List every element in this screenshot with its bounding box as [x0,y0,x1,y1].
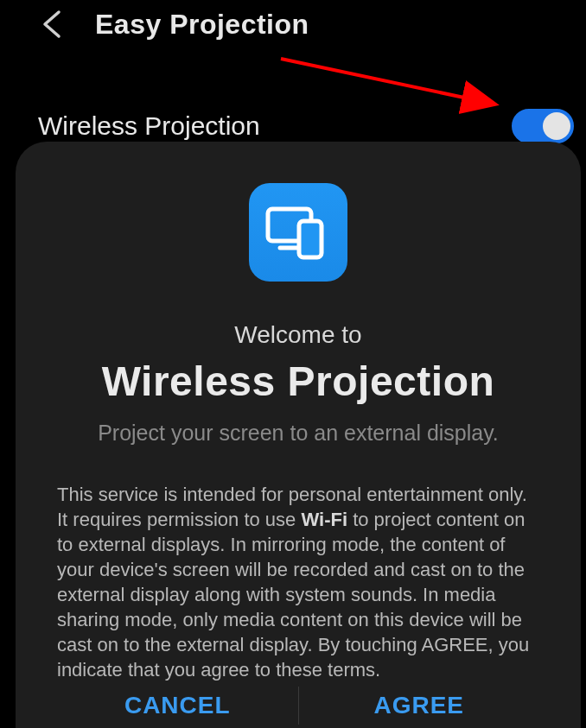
terms-text: This service is intended for personal en… [57,482,539,682]
page-title: Easy Projection [95,9,309,41]
dialog-button-row: CANCEL AGREE [57,682,539,728]
header: Easy Projection [0,0,586,48]
projection-icon [249,183,347,282]
svg-rect-3 [299,221,322,257]
agree-button[interactable]: AGREE [299,692,540,719]
setting-label: Wireless Projection [38,111,260,141]
toggle-knob [543,112,570,140]
app-icon-container [57,183,539,282]
wireless-projection-dialog: Welcome to Wireless Projection Project y… [16,142,581,728]
wireless-projection-toggle[interactable] [512,109,574,143]
welcome-text: Welcome to [57,321,539,349]
terms-after: to project content on to external displa… [57,509,529,681]
dialog-title: Wireless Projection [57,358,539,405]
back-icon[interactable] [36,7,71,41]
terms-wifi: Wi-Fi [301,509,347,530]
dialog-subtitle: Project your screen to an external displ… [57,421,539,446]
cancel-button[interactable]: CANCEL [57,692,298,719]
wireless-projection-setting: Wireless Projection [0,48,586,152]
